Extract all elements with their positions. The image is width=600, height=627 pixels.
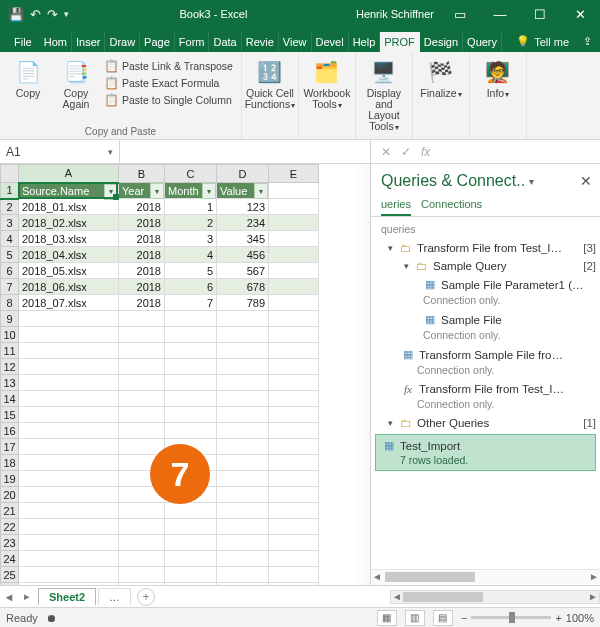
- cell[interactable]: 2018_04.xlsx: [19, 247, 119, 263]
- sheet-tab-overflow[interactable]: …: [98, 588, 131, 605]
- sheet-tab-active[interactable]: Sheet2: [38, 588, 96, 605]
- view-pagebreak-icon[interactable]: ▤: [433, 610, 453, 626]
- cell[interactable]: 123: [217, 199, 269, 215]
- finalize-button[interactable]: 🏁 Finalize▾: [419, 56, 463, 99]
- tab-formulas[interactable]: Form: [175, 32, 210, 52]
- row-header[interactable]: 26: [1, 583, 19, 586]
- table-header[interactable]: Month▾: [165, 183, 217, 199]
- minimize-button[interactable]: —: [480, 0, 520, 28]
- row-header[interactable]: 9: [1, 311, 19, 327]
- select-all-corner[interactable]: [1, 165, 19, 183]
- col-header-e[interactable]: E: [269, 165, 319, 183]
- cell[interactable]: 789: [217, 295, 269, 311]
- quick-cell-functions-button[interactable]: 🔢 Quick Cell Functions▾: [248, 56, 292, 110]
- scroll-left-icon[interactable]: ◄: [371, 571, 383, 582]
- cancel-fx-icon[interactable]: ✕: [381, 145, 391, 159]
- filter-icon[interactable]: ▾: [202, 183, 216, 199]
- formula-input[interactable]: [120, 140, 370, 163]
- cell[interactable]: 456: [217, 247, 269, 263]
- namebox-dropdown-icon[interactable]: ▾: [108, 147, 113, 157]
- row-header[interactable]: 1: [1, 183, 19, 199]
- row-header[interactable]: 14: [1, 391, 19, 407]
- maximize-button[interactable]: ☐: [520, 0, 560, 28]
- cell[interactable]: 2018: [119, 247, 165, 263]
- view-normal-icon[interactable]: ▦: [377, 610, 397, 626]
- tab-design[interactable]: Design: [420, 32, 463, 52]
- tab-view[interactable]: View: [279, 32, 312, 52]
- tree-query-selected[interactable]: ▦Test_Import 7 rows loaded.: [375, 434, 596, 471]
- tab-prof[interactable]: PROF: [380, 32, 420, 52]
- cell[interactable]: 678: [217, 279, 269, 295]
- cell[interactable]: 5: [165, 263, 217, 279]
- tree-query[interactable]: ▦Sample File: [371, 310, 600, 329]
- cell[interactable]: 1: [165, 199, 217, 215]
- row-header[interactable]: 11: [1, 343, 19, 359]
- col-header-c[interactable]: C: [165, 165, 217, 183]
- macro-record-icon[interactable]: ⏺: [46, 612, 57, 624]
- row-header[interactable]: 6: [1, 263, 19, 279]
- cell[interactable]: 7: [165, 295, 217, 311]
- row-header[interactable]: 21: [1, 503, 19, 519]
- cell[interactable]: 2018_01.xlsx: [19, 199, 119, 215]
- pane-dropdown-icon[interactable]: ▾: [529, 176, 534, 187]
- row-header[interactable]: 23: [1, 535, 19, 551]
- copy-again-button[interactable]: 📑 Copy Again: [54, 56, 98, 110]
- pane-hscrollbar[interactable]: ◄ ►: [371, 569, 600, 585]
- tab-developer[interactable]: Devel: [312, 32, 349, 52]
- tab-help[interactable]: Help: [349, 32, 381, 52]
- cell[interactable]: 2018: [119, 199, 165, 215]
- tree-folder[interactable]: ▾🗀Sample Query [2]: [371, 257, 600, 275]
- tab-data[interactable]: Data: [209, 32, 241, 52]
- redo-icon[interactable]: ↷: [47, 7, 58, 22]
- tree-folder[interactable]: ▾🗀Other Queries [1]: [371, 414, 600, 432]
- scroll-right-icon[interactable]: ►: [587, 591, 599, 603]
- paste-exact-formula-button[interactable]: 📋Paste Exact Formula: [102, 75, 235, 91]
- undo-icon[interactable]: ↶: [30, 7, 41, 22]
- row-header[interactable]: 20: [1, 487, 19, 503]
- col-header-d[interactable]: D: [217, 165, 269, 183]
- row-header[interactable]: 5: [1, 247, 19, 263]
- row-header[interactable]: 18: [1, 455, 19, 471]
- row-header[interactable]: 12: [1, 359, 19, 375]
- cell[interactable]: 234: [217, 215, 269, 231]
- close-pane-icon[interactable]: ✕: [580, 173, 592, 189]
- paste-link-transpose-button[interactable]: 📋Paste Link & Transpose: [102, 58, 235, 74]
- cell[interactable]: 2018: [119, 295, 165, 311]
- tell-me[interactable]: 💡Tell me: [510, 31, 575, 52]
- row-header[interactable]: 8: [1, 295, 19, 311]
- row-header[interactable]: 3: [1, 215, 19, 231]
- zoom-knob[interactable]: [509, 612, 515, 623]
- table-header[interactable]: Value▾: [217, 183, 269, 199]
- row-header[interactable]: 16: [1, 423, 19, 439]
- tab-draw[interactable]: Draw: [105, 32, 140, 52]
- cell[interactable]: 567: [217, 263, 269, 279]
- new-sheet-button[interactable]: +: [137, 588, 155, 606]
- col-header-a[interactable]: A: [19, 165, 119, 183]
- pane-tab-connections[interactable]: Connections: [421, 194, 482, 216]
- scroll-thumb[interactable]: [403, 592, 483, 602]
- tree-query[interactable]: ▦Transform Sample File fro…: [371, 345, 600, 364]
- save-icon[interactable]: 💾: [8, 7, 24, 22]
- row-header[interactable]: 17: [1, 439, 19, 455]
- ribbon-options-icon[interactable]: ▭: [440, 0, 480, 28]
- scroll-right-icon[interactable]: ►: [588, 571, 600, 582]
- zoom-level[interactable]: 100%: [566, 612, 594, 624]
- tab-insert[interactable]: Inser: [72, 32, 105, 52]
- table-header[interactable]: Source.Name▾: [19, 183, 119, 199]
- cell[interactable]: 2018_06.xlsx: [19, 279, 119, 295]
- worksheet[interactable]: A B C D E 1 Source.Name▾ Year▾ Month▾ Va…: [0, 164, 370, 585]
- filter-icon[interactable]: ▾: [150, 183, 164, 199]
- enter-fx-icon[interactable]: ✓: [401, 145, 411, 159]
- cell[interactable]: 4: [165, 247, 217, 263]
- row-header[interactable]: 15: [1, 407, 19, 423]
- sheet-hscrollbar[interactable]: ◄ ►: [390, 590, 600, 604]
- tree-query[interactable]: ▦Sample File Parameter1 (…: [371, 275, 600, 294]
- row-header[interactable]: 22: [1, 519, 19, 535]
- user-name[interactable]: Henrik Schiffner: [350, 8, 440, 20]
- display-layout-tools-button[interactable]: 🖥️ Display and Layout Tools▾: [362, 56, 406, 132]
- cell[interactable]: 2018: [119, 263, 165, 279]
- name-box[interactable]: A1▾: [0, 140, 120, 163]
- cell[interactable]: 6: [165, 279, 217, 295]
- paste-single-column-button[interactable]: 📋Paste to Single Column: [102, 92, 235, 108]
- zoom-slider[interactable]: [471, 616, 551, 619]
